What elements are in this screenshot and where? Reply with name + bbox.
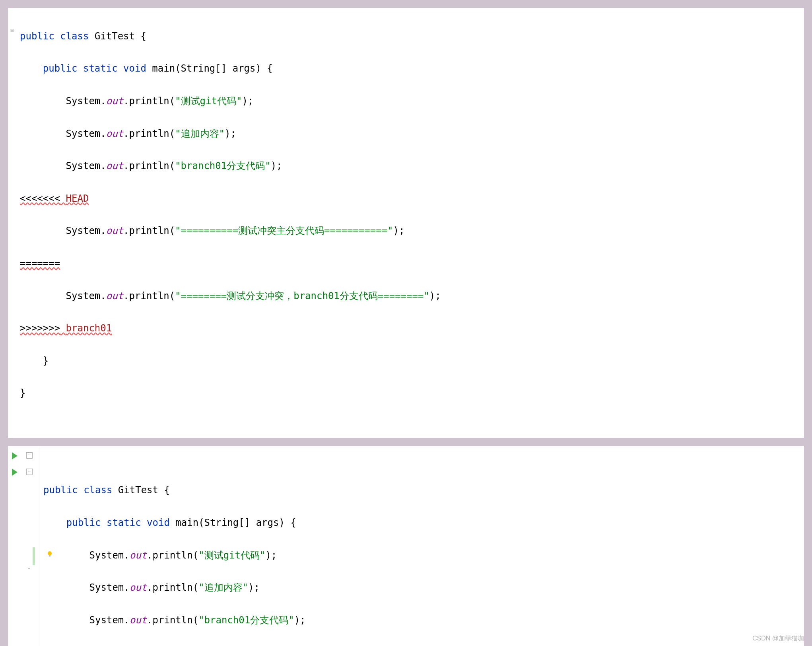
code-line: public class GitTest { <box>20 28 804 45</box>
code-editor-2[interactable]: public class GitTest { public static voi… <box>39 446 804 646</box>
svg-rect-1 <box>49 555 51 556</box>
fold-icon[interactable]: − <box>26 452 33 459</box>
code-line: System.out.println("==========测试冲突主分支代码=… <box>20 223 804 239</box>
editor-gutter: − − ⌄ <box>8 446 39 646</box>
conflict-marker-head: <<<<<<< HEAD <box>20 191 804 207</box>
code-line: System.out.println("==========测试冲突主分支代码=… <box>43 644 804 646</box>
fold-icon[interactable]: − <box>26 469 33 475</box>
code-line: public static void main(String[] args) { <box>20 60 804 77</box>
code-line: System.out.println("branch01分支代码"); <box>20 158 804 174</box>
code-editor-1[interactable]: public class GitTest { public static voi… <box>8 8 804 438</box>
code-line: System.out.println("追加内容"); <box>43 580 804 596</box>
field-out: out <box>106 95 123 107</box>
method-name: main <box>152 63 175 74</box>
code-line: public static void main(String[] args) { <box>43 515 804 531</box>
fold-marker-icon[interactable]: ⊟ <box>10 27 14 33</box>
class-name: GitTest <box>95 31 135 42</box>
code-panel-conflict: ⊟ public class GitTest { public static v… <box>8 8 804 438</box>
keyword-public: public <box>20 31 54 42</box>
intention-bulb-icon[interactable] <box>47 551 53 557</box>
keyword-class: class <box>60 31 89 42</box>
fold-end-icon[interactable]: ⌄ <box>26 565 32 571</box>
code-line: } <box>20 353 804 369</box>
string-literal: "测试git代码" <box>175 95 242 107</box>
run-method-icon[interactable] <box>12 469 17 476</box>
watermark-text: CSDN @加菲猫咖 <box>752 634 804 643</box>
code-line: public class GitTest { <box>43 482 804 498</box>
code-line: System.out.println("branch01分支代码"); <box>43 612 804 628</box>
svg-point-0 <box>48 551 52 555</box>
code-panel-resolved: − − ⌄ public class GitTest { public stat… <box>8 446 804 646</box>
conflict-marker-end: >>>>>>> branch01 <box>20 320 804 337</box>
code-line: System.out.println("测试git代码"); <box>43 547 804 564</box>
code-line: } <box>20 385 804 401</box>
code-line: System.out.println("========测试分支冲突，branc… <box>20 288 804 304</box>
code-line: System.out.println("追加内容"); <box>20 126 804 142</box>
conflict-marker-sep: ======= <box>20 255 804 272</box>
vcs-change-marker[interactable] <box>33 547 35 565</box>
run-class-icon[interactable] <box>12 452 17 459</box>
code-line: System.out.println("测试git代码"); <box>20 93 804 109</box>
